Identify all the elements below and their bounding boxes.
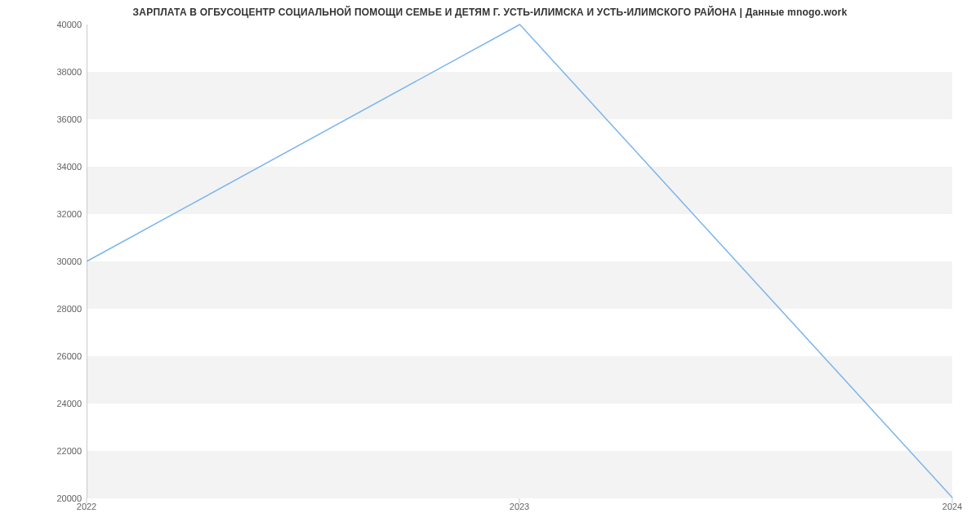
- line-layer: [87, 25, 952, 498]
- y-tick-label: 40000: [8, 20, 82, 29]
- y-tick-label: 30000: [8, 257, 82, 266]
- x-tick-label: 2023: [510, 502, 529, 511]
- y-tick-label: 34000: [8, 162, 82, 172]
- plot-area: [87, 25, 952, 498]
- y-tick-label: 20000: [8, 493, 82, 503]
- y-tick-label: 22000: [8, 446, 82, 456]
- x-tick-label: 2022: [77, 502, 96, 511]
- y-tick-label: 36000: [8, 114, 82, 124]
- y-tick-label: 24000: [8, 399, 82, 408]
- series-line: [87, 25, 952, 498]
- y-tick-label: 28000: [8, 304, 82, 314]
- chart-title: ЗАРПЛАТА В ОГБУСОЦЕНТР СОЦИАЛЬНОЙ ПОМОЩИ…: [0, 7, 980, 18]
- y-tick-label: 32000: [8, 209, 82, 219]
- y-tick-label: 38000: [8, 67, 82, 77]
- x-tick-label: 2024: [942, 502, 962, 511]
- y-tick-label: 26000: [8, 351, 82, 361]
- chart-container: ЗАРПЛАТА В ОГБУСОЦЕНТР СОЦИАЛЬНОЙ ПОМОЩИ…: [0, 0, 980, 531]
